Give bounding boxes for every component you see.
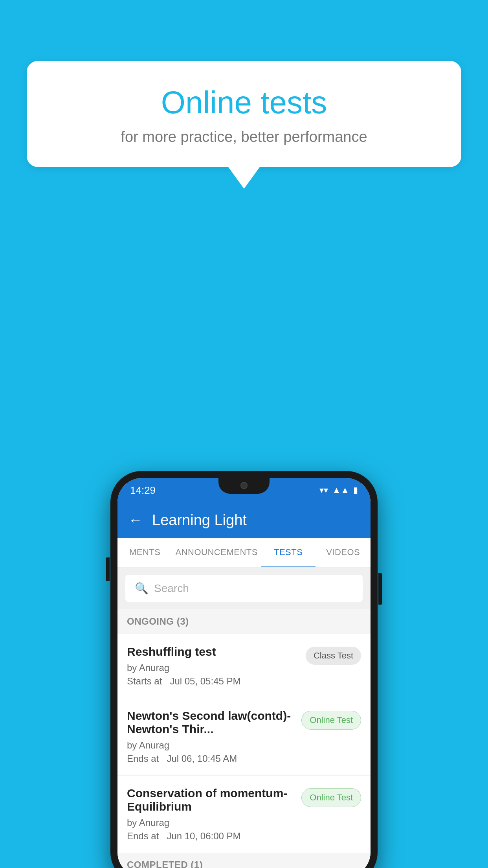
back-button[interactable]: ←: [128, 512, 143, 528]
test-time-value-reshuffling: Jul 05, 05:45 PM: [170, 676, 240, 686]
status-bar: 14:29 ▾▾ ▲▲ ▮: [117, 478, 371, 502]
speech-bubble-title: Online tests: [46, 85, 442, 121]
app-bar: ← Learning Light: [117, 502, 371, 538]
phone-wrapper: 14:29 ▾▾ ▲▲ ▮ ← Learning Light MENTS ANN…: [110, 471, 378, 868]
status-icons: ▾▾ ▲▲ ▮: [319, 485, 358, 495]
test-time-reshuffling: Starts at Jul 05, 05:45 PM: [127, 676, 299, 687]
tabs-container: MENTS ANNOUNCEMENTS TESTS VIDEOS: [117, 538, 371, 568]
battery-icon: ▮: [353, 485, 358, 495]
test-title-reshuffling: Reshuffling test: [127, 645, 299, 658]
completed-label: COMPLETED (1): [127, 859, 361, 868]
test-badge-conservation: Online Test: [301, 788, 361, 807]
test-title-newton: Newton's Second law(contd)-Newton's Thir…: [127, 709, 295, 736]
test-item-reshuffling[interactable]: Reshuffling test by Anurag Starts at Jul…: [117, 634, 371, 698]
test-info-reshuffling: Reshuffling test by Anurag Starts at Jul…: [127, 645, 306, 687]
search-input[interactable]: 🔍 Search: [125, 575, 363, 602]
test-time-newton: Ends at Jul 06, 10:45 AM: [127, 753, 295, 764]
app-bar-title: Learning Light: [152, 512, 247, 529]
signal-icon: ▲▲: [332, 485, 349, 495]
speech-bubble-tail: [228, 167, 260, 189]
speech-bubble-subtitle: for more practice, better performance: [46, 129, 442, 145]
tab-announcements[interactable]: ANNOUNCEMENTS: [172, 538, 261, 567]
test-by-newton: by Anurag: [127, 740, 295, 751]
test-time-value-conservation: Jun 10, 06:00 PM: [167, 831, 240, 841]
notch: [218, 478, 270, 494]
test-info-newton: Newton's Second law(contd)-Newton's Thir…: [127, 709, 301, 764]
search-placeholder: Search: [154, 582, 189, 595]
ongoing-label: ONGOING (3): [127, 616, 361, 627]
test-time-label-reshuffling: Starts at: [127, 676, 162, 686]
test-title-conservation: Conservation of momentum-Equilibrium: [127, 787, 295, 813]
ongoing-section-header: ONGOING (3): [117, 609, 371, 634]
tab-ments[interactable]: MENTS: [117, 538, 172, 567]
status-time: 14:29: [130, 484, 156, 497]
test-time-label-newton: Ends at: [127, 753, 159, 764]
test-badge-newton: Online Test: [301, 711, 361, 730]
speech-bubble: Online tests for more practice, better p…: [27, 61, 461, 167]
search-container: 🔍 Search: [117, 568, 371, 609]
test-badge-reshuffling: Class Test: [306, 647, 361, 665]
test-time-label-conservation: Ends at: [127, 831, 159, 841]
test-time-value-newton: Jul 06, 10:45 AM: [167, 753, 237, 764]
front-camera: [240, 482, 248, 489]
completed-section-header: COMPLETED (1): [117, 853, 371, 868]
wifi-icon: ▾▾: [319, 485, 328, 495]
phone-screen: 14:29 ▾▾ ▲▲ ▮ ← Learning Light MENTS ANN…: [117, 478, 371, 868]
search-icon: 🔍: [135, 582, 149, 595]
phone-outer: 14:29 ▾▾ ▲▲ ▮ ← Learning Light MENTS ANN…: [110, 471, 378, 868]
speech-bubble-container: Online tests for more practice, better p…: [27, 61, 461, 189]
test-time-conservation: Ends at Jun 10, 06:00 PM: [127, 831, 295, 842]
tab-tests[interactable]: TESTS: [261, 538, 316, 567]
test-item-newton[interactable]: Newton's Second law(contd)-Newton's Thir…: [117, 698, 371, 776]
test-info-conservation: Conservation of momentum-Equilibrium by …: [127, 787, 301, 842]
test-by-conservation: by Anurag: [127, 817, 295, 828]
test-item-conservation[interactable]: Conservation of momentum-Equilibrium by …: [117, 776, 371, 853]
test-by-reshuffling: by Anurag: [127, 662, 299, 673]
tab-videos[interactable]: VIDEOS: [316, 538, 371, 567]
